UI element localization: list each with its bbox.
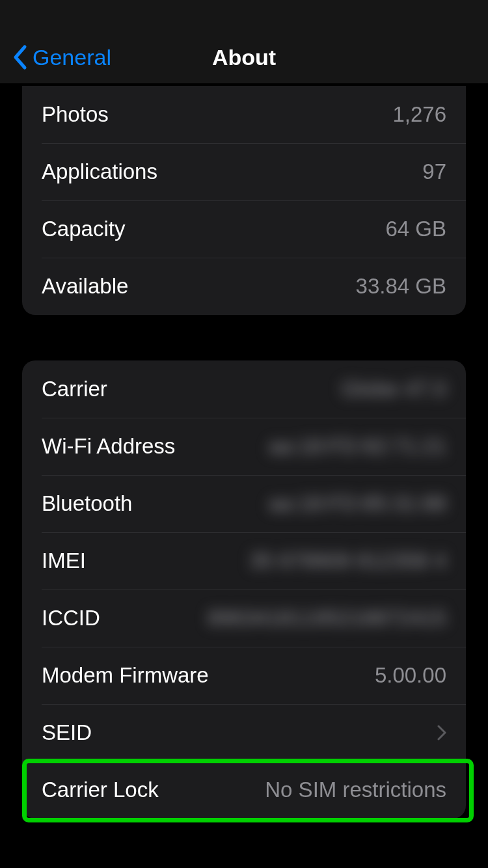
row-label: Wi-Fi Address [42,434,175,459]
row-carrier-lock[interactable]: Carrier Lock No SIM restrictions [22,761,466,819]
row-label: Carrier [42,377,107,401]
about-group-storage: Photos 1,276 Applications 97 Capacity 64… [22,86,466,315]
row-bluetooth[interactable]: Bluetooth aa:18:FD:85:31:88 [22,475,466,532]
chevron-left-icon [12,44,27,70]
row-label: ICCID [42,606,100,631]
row-available[interactable]: Available 33.84 GB [22,258,466,315]
row-iccid[interactable]: ICCID 89634181195218872415 [22,590,466,647]
back-button[interactable]: General [12,44,111,70]
row-value: 5.00.00 [222,663,446,688]
row-value: Globe 47.0 [120,377,446,401]
row-label: Carrier Lock [42,778,159,802]
row-value: No SIM restrictions [172,778,446,802]
row-value: aa:18:FD:92:71:21 [188,434,446,459]
row-label: SEID [42,720,92,745]
row-label: Photos [42,102,109,127]
row-value: 1,276 [122,102,446,127]
row-wifi-address[interactable]: Wi-Fi Address aa:18:FD:92:71:21 [22,418,466,475]
row-photos[interactable]: Photos 1,276 [22,86,466,143]
row-value: 89634181195218872415 [113,606,446,631]
row-label: Capacity [42,217,125,241]
chevron-right-icon [437,725,446,740]
row-label: Bluetooth [42,491,132,516]
row-label: Applications [42,159,157,184]
row-label: Modem Firmware [42,663,209,688]
row-value: 97 [170,159,446,184]
row-modem-firmware[interactable]: Modem Firmware 5.00.00 [22,647,466,704]
row-value: 35 678909 812358 4 [99,549,446,573]
row-capacity[interactable]: Capacity 64 GB [22,200,466,258]
navbar: General About [0,0,488,83]
row-imei[interactable]: IMEI 35 678909 812358 4 [22,532,466,590]
row-value: 64 GB [138,217,446,241]
row-label: IMEI [42,549,86,573]
row-label: Available [42,274,128,299]
back-label: General [33,45,111,70]
row-value: 33.84 GB [141,274,446,299]
row-carrier[interactable]: Carrier Globe 47.0 [22,360,466,418]
row-applications[interactable]: Applications 97 [22,143,466,200]
row-value: aa:18:FD:85:31:88 [145,491,446,516]
about-group-network: Carrier Globe 47.0 Wi-Fi Address aa:18:F… [22,360,466,819]
row-seid[interactable]: SEID [22,704,466,761]
